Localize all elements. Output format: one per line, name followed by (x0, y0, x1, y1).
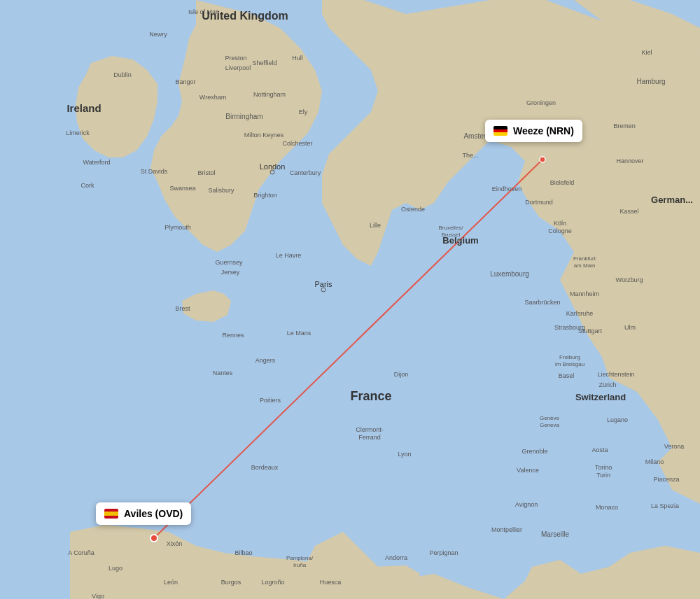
switzerland-label: Switzerland (575, 392, 626, 402)
cork-label: Cork (80, 182, 94, 189)
lille-label: Lille (370, 222, 381, 229)
salisbury-label: Salisbury (208, 187, 234, 194)
vigo-label: Vigo (92, 593, 104, 599)
turin-label: Turin (596, 472, 610, 479)
kassel-label: Kassel (620, 208, 638, 215)
rennes-label: Rennes (222, 332, 244, 339)
plymouth-label: Plymouth (164, 224, 191, 231)
svg-point-3 (457, 239, 460, 242)
waterford-label: Waterford (83, 159, 110, 166)
geneve-label: Genève (540, 415, 560, 421)
lemans-label: Le Mans (287, 330, 312, 337)
frankfurtammain-label: Frankfurt (573, 255, 596, 262)
bristol-label: Bristol (197, 169, 215, 176)
bilbao-label: Bilbao (234, 549, 252, 556)
frankfurtammain2-label: am Main (574, 262, 596, 269)
freiburg2-label: im Breisgau (555, 361, 584, 367)
milano-label: Milano (645, 458, 664, 465)
liechtenstein-label: Liechtenstein (597, 371, 634, 378)
piacenza-label: Piacenza (653, 476, 679, 483)
burgos-label: Burgos (221, 579, 241, 586)
pamplona-label: Pamplona/ (286, 555, 314, 561)
preston-label: Preston (225, 55, 246, 62)
svg-point-4 (540, 157, 545, 162)
spain-flag (104, 509, 118, 519)
leon-label: León (164, 579, 178, 586)
swansea-label: Swansea (169, 185, 195, 192)
perpignan-label: Perpignan (429, 549, 458, 556)
london-label: London (260, 162, 286, 171)
irunea-label: Iruña (293, 562, 307, 568)
jersey-label: Jersey (221, 269, 240, 276)
newry-label: Newry (149, 31, 167, 38)
monaco-label: Monaco (596, 504, 618, 511)
bremen-label: Bremen (613, 122, 636, 129)
freiburg-label: Freiburg (559, 354, 580, 360)
aosta-label: Aosta (592, 446, 608, 453)
groningen-label: Groningen (526, 99, 556, 106)
verona-label: Verona (664, 443, 685, 450)
paris-label: Paris (314, 280, 332, 288)
ireland-label: Ireland (66, 102, 101, 114)
svg-point-5 (150, 535, 158, 542)
saarbrucken-label: Saarbrücken (524, 299, 560, 306)
colchester-label: Colchester (282, 140, 312, 147)
geneva-label: Geneva (540, 422, 560, 428)
aviles-label: Aviles (OVD) (96, 502, 191, 525)
france-label: France (350, 389, 391, 403)
bangor-label: Bangor (175, 78, 195, 85)
koeln-label: Köln (554, 220, 566, 227)
miltonkeynes-label: Milton Keynes (244, 132, 284, 139)
weeze-label-text: Weeze (NRN) (513, 125, 574, 136)
xixon-label: Xixón (167, 540, 183, 547)
luxembourg-label: Luxembourg (490, 270, 529, 278)
sheffield-label: Sheffield (253, 59, 277, 66)
weeze-label: Weeze (NRN) (485, 120, 582, 142)
bielefeld-label: Bielefeld (550, 179, 575, 186)
laspezia-label: La Spezia (651, 502, 679, 509)
avignon-label: Avignon (515, 501, 538, 508)
karlsruhe-label: Karlsruhe (566, 310, 594, 317)
poitiers-label: Poitiers (260, 397, 281, 404)
zurich-label: Zürich (598, 381, 616, 388)
wurzburg-label: Würzburg (615, 276, 643, 283)
basel-label: Basel (559, 372, 575, 379)
germany-flag (493, 126, 507, 136)
bordeaux-label: Bordeaux (251, 464, 279, 471)
montpellier-label: Montpellier (491, 526, 522, 533)
lugano-label: Lugano (607, 416, 628, 423)
germany-label: German... (651, 195, 693, 205)
brest-label: Brest (175, 305, 190, 312)
brussel-label: Brussel (442, 232, 461, 238)
cologne-label: Cologne (548, 227, 572, 234)
canterbury-label: Canterbury (290, 169, 321, 176)
ulm-label: Ulm (624, 324, 636, 331)
acoruna-label: A Coruña (68, 549, 94, 556)
ostende-label: Ostende (401, 206, 425, 213)
dortmund-label: Dortmund (525, 199, 553, 206)
brighton-label: Brighton (253, 192, 277, 199)
guernsey-label: Guernsey (215, 259, 243, 266)
bruxelles-label: Bruxelles/ (438, 225, 463, 231)
the-label: The... (462, 152, 478, 159)
nantes-label: Nantes (213, 369, 233, 376)
huesca-label: Huesca (320, 579, 342, 586)
marseille-label: Marseille (541, 530, 569, 538)
eindhoven-label: Eindhoven (492, 185, 522, 192)
lehavre-label: Le Havre (276, 252, 302, 259)
grenoble-label: Grenoble (522, 448, 547, 455)
clermontferrand2-label: Ferrand (358, 434, 381, 441)
dublin-label: Dublin (113, 71, 132, 78)
clermontferrand-label: Clermont- (356, 426, 384, 433)
angers-label: Angers (255, 357, 276, 364)
dijon-label: Dijon (394, 371, 409, 378)
mannheim-label: Mannheim (570, 290, 599, 297)
liverpool-label: Liverpool (225, 64, 251, 71)
wrexham-label: Wrexham (200, 94, 226, 101)
hannover-label: Hannover (616, 157, 643, 164)
logrono-label: Logroño (261, 579, 284, 586)
lyon-label: Lyon (398, 451, 411, 458)
torino-label: Torino (595, 464, 612, 471)
isle-of-man-label: Isle of Man (188, 8, 219, 15)
hamburg-label: Hamburg (636, 78, 665, 85)
